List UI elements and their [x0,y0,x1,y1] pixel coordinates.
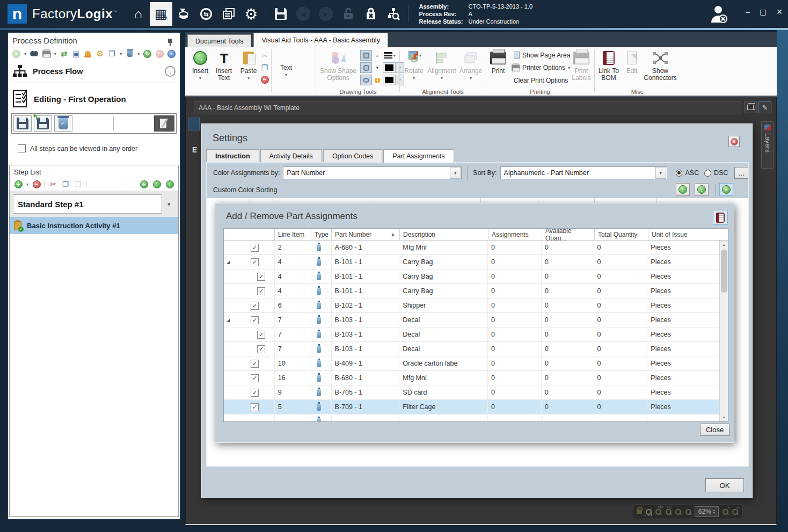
copy-icon[interactable]: ❐ [61,180,70,188]
close-button[interactable]: Close [700,424,729,436]
settings-gear-icon[interactable]: ⚙ [240,2,262,26]
col-type[interactable]: Type [311,229,332,240]
export-caret-icon[interactable]: ▾ [120,52,122,56]
layers-tab[interactable]: Layers [761,121,774,169]
print-caret-icon[interactable]: ▾ [54,52,56,56]
back-icon[interactable]: ◄ [292,2,315,26]
table-row[interactable]: ✓ 16 B-680 - 1 Mfg Mnl 0 0 0 Pieces [224,371,719,385]
home-icon[interactable]: ⌂ [127,2,150,26]
sort-move-down-button[interactable]: ↓ [695,183,709,196]
insert-text-button[interactable]: T InsertText [212,49,236,88]
save-icon[interactable] [269,2,292,26]
tab-visual-aid-tools[interactable]: Visual Aid Tools - AAA - Basic Assembly [253,33,388,47]
unlock-icon[interactable] [337,2,360,26]
row-checkbox[interactable]: ✓ [251,244,259,252]
swap-icon[interactable]: ⇄ [60,49,68,58]
add-step-icon[interactable]: + [14,180,23,188]
tab-activity-details[interactable]: Activity Details [260,149,322,162]
edit-notes-button[interactable] [154,115,174,132]
table-row[interactable]: ◢ ✓ 4 B-101 - 1 Carry Bag 0 0 0 Pieces [224,255,719,269]
print-icon[interactable] [42,49,50,58]
options-gear-icon[interactable]: ⚙ [96,49,104,58]
row-checkbox[interactable]: ✓ [251,389,259,397]
sort-move-up-button[interactable]: ↑ [676,183,690,196]
col-unit-of-issue[interactable]: Unit of Issue [648,229,720,240]
dsc-radio[interactable] [704,170,711,177]
step-chevron-icon[interactable]: ▾ [167,201,171,208]
zoom-out-small-icon[interactable]: − [675,508,682,515]
row-checkbox[interactable]: ✓ [257,287,265,295]
text-button[interactable]: Text▾ [275,49,297,88]
step-name-box[interactable]: Standard Step #1 [13,194,162,214]
delete-caret-icon[interactable]: ▾ [137,52,140,56]
canvas-edit-button[interactable]: ✎ [758,101,771,113]
zoom-out-icon[interactable]: − [685,508,692,515]
export-icon[interactable]: ❐ [108,49,116,58]
tab-instruction[interactable]: Instruction [206,149,259,162]
settings-close-icon[interactable]: ✕ [728,136,740,147]
zoom-in-big-icon[interactable]: ++ [732,508,739,515]
delete-icon[interactable] [126,49,134,58]
add-caret-icon[interactable]: ▾ [24,52,26,56]
row-checkbox[interactable]: ✓ [251,316,259,324]
pause-icon[interactable]: ‖ [167,49,176,58]
col-description[interactable]: Description [400,229,488,240]
zoom-marquee-icon[interactable] [645,508,652,515]
paste-button[interactable]: Paste▾ [237,49,260,88]
row-checkbox[interactable]: ✓ [257,273,265,281]
tab-option-codes[interactable]: Option Codes [323,149,382,162]
scrollbar-thumb[interactable] [721,250,727,293]
save-import-button[interactable]: ↰ [34,115,52,132]
alert-bell-icon[interactable] [84,49,92,58]
cut-icon[interactable]: ✂ [49,180,57,188]
table-row[interactable]: ✓ 4 B-101 - 1 Carry Bag 0 0 0 Pieces [224,284,719,298]
cut-icon[interactable]: ✂ [260,52,269,60]
lock-override-icon[interactable] [360,2,382,26]
col-available-quantity[interactable]: Available Quan... [542,229,595,240]
table-row[interactable]: ✓ 4 B-101 - 1 Carry Bag 0 0 0 Pieces [224,269,719,284]
zoom-in-icon[interactable]: + [722,508,729,515]
process-designer-icon[interactable]: ▦✎ [150,2,172,26]
zoom-100-icon[interactable]: 100 [655,508,662,515]
tab-part-assignments[interactable]: Part Assignments [383,149,454,163]
audit-trail-icon[interactable] [382,2,405,26]
all-steps-checkbox[interactable] [18,144,26,152]
window-minimize-button[interactable]: – [746,8,750,16]
expand-icon[interactable]: ◢ [227,260,230,265]
row-checkbox[interactable]: ✓ [251,302,259,310]
remove-icon[interactable]: − [156,49,164,58]
zoom-level-spinner[interactable]: 62%▲▼ [695,506,718,517]
table-row[interactable]: ◢ ✓ 7 B-103 - 1 Decal 0 0 0 Pieces [224,313,719,327]
table-row[interactable] [224,414,719,421]
discard-button[interactable] [54,115,72,132]
table-row[interactable]: ✓ 10 B-409 - 1 Oracle carton labe 0 0 0 … [224,356,719,371]
ok-button[interactable]: OK [705,478,744,492]
user-logout-icon[interactable] [709,4,729,26]
move-down-icon[interactable]: ↓ [165,180,174,188]
paste-icon[interactable]: ❐ [74,180,82,188]
table-row[interactable]: ✓ 5 B-709 - 1 Filter Cage 0 0 0 Pieces [224,400,719,414]
collapse-down-icon[interactable]: ↓ [165,66,176,77]
forward-icon[interactable]: ► [315,2,337,26]
canvas-pages-button[interactable] [744,101,757,113]
save-operation-button[interactable] [13,115,32,132]
remove-step-icon[interactable]: − [32,180,41,188]
delete-object-icon[interactable]: − [260,75,269,84]
expand-icon[interactable]: ◢ [227,318,230,323]
row-checkbox[interactable]: ✓ [251,374,259,382]
process-flow-label[interactable]: Process Flow [33,67,83,76]
tab-document-tools[interactable]: Document Tools [187,34,251,47]
add-icon[interactable]: + [12,49,20,58]
find-icon[interactable] [30,49,38,58]
asc-radio[interactable] [676,170,683,177]
documents-icon[interactable] [217,2,240,26]
table-row[interactable]: ✓ 9 B-705 - 1 SD card 0 0 0 Pieces [224,385,719,400]
refresh-icon[interactable]: ↻ [143,49,151,58]
insert-button[interactable]: → Insert▾ [188,49,212,88]
add-assignment-button[interactable]: + [719,183,733,196]
row-checkbox[interactable]: ✓ [251,258,259,266]
materials-icon[interactable] [172,2,195,26]
row-checkbox[interactable]: ✓ [251,403,259,411]
more-options-button[interactable]: ... [734,167,748,179]
col-line-item[interactable]: Line Item [275,229,311,240]
